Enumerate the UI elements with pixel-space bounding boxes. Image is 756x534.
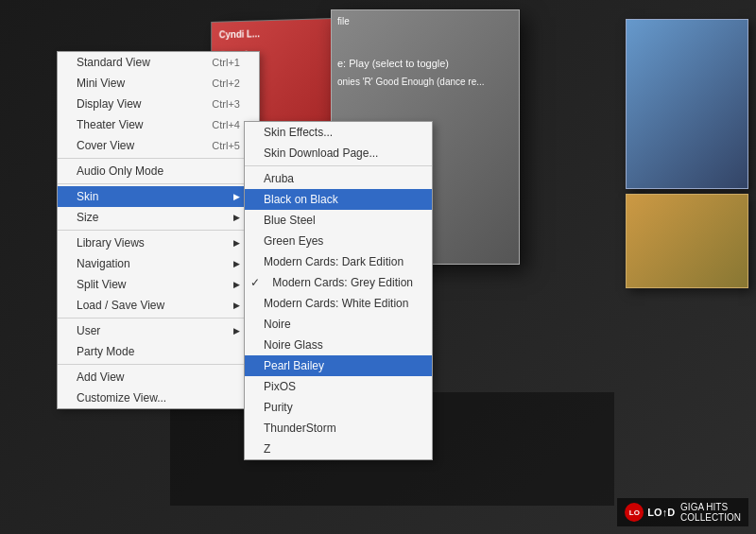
separator-5 xyxy=(58,364,259,365)
watermark-logo: LO xyxy=(625,503,644,512)
menu-mini-view[interactable]: Mini View Ctrl+2 xyxy=(58,73,259,94)
album-cover-3 xyxy=(626,86,748,189)
menu-skin[interactable]: Skin xyxy=(58,186,259,207)
menu-party-mode[interactable]: Party Mode xyxy=(58,341,259,362)
watermark: LO LO↑D GIGA HITSCOLLECTION xyxy=(617,498,748,512)
watermark-sub: GIGA HITSCOLLECTION xyxy=(680,502,741,512)
menu-split-view[interactable]: Split View xyxy=(58,274,259,295)
album-cover-bottom xyxy=(170,392,614,506)
view-menu-dropdown: Standard View Ctrl+1 Mini View Ctrl+2 Di… xyxy=(57,51,260,409)
menu-customize-view[interactable]: Customize View... xyxy=(58,388,259,408)
menu-display-view[interactable]: Display View Ctrl+3 xyxy=(58,94,259,114)
menu-cover-view[interactable]: Cover View Ctrl+5 xyxy=(58,135,259,156)
menu-navigation[interactable]: Navigation xyxy=(58,253,259,274)
menu-load-save-view[interactable]: Load / Save View xyxy=(58,295,259,316)
menu-library-views[interactable]: Library Views xyxy=(58,233,259,253)
menu-add-view[interactable]: Add View xyxy=(58,367,259,388)
separator-4 xyxy=(58,318,259,319)
separator-1 xyxy=(58,158,259,159)
menu-standard-view[interactable]: Standard View Ctrl+1 xyxy=(58,52,259,73)
menu-size[interactable]: Size xyxy=(58,207,259,228)
menu-theater-view[interactable]: Theater View Ctrl+4 xyxy=(58,114,259,135)
view-dropdown: Standard View Ctrl+1 Mini View Ctrl+2 Di… xyxy=(57,51,260,409)
separator-2 xyxy=(58,183,259,184)
album-cover-2: file e: Play (select to toggle) onies 'R… xyxy=(331,86,520,265)
menu-audio-only[interactable]: Audio Only Mode xyxy=(58,161,259,181)
separator-3 xyxy=(58,230,259,231)
album-cover-4 xyxy=(626,194,748,288)
watermark-text: LO↑D xyxy=(647,507,675,512)
menu-user[interactable]: User xyxy=(58,320,259,341)
